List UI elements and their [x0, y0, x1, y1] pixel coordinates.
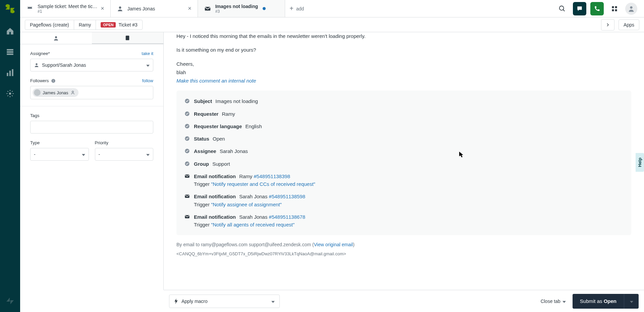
svg-point-9 [119, 6, 121, 9]
tags-input[interactable] [30, 121, 153, 134]
ticket-tab[interactable] [92, 32, 164, 44]
check-circle-icon [184, 136, 190, 141]
followers-label: Followers [30, 78, 49, 83]
event-label: Requester language [194, 123, 242, 129]
zendesk-footer-icon[interactable] [6, 297, 14, 305]
apply-macro-button[interactable]: Apply macro [169, 295, 280, 308]
help-tab[interactable]: Help [636, 153, 644, 172]
event-value: Ramy [222, 111, 235, 117]
submit-button-group: Submit as Open [573, 294, 639, 309]
zendesk-logo-icon[interactable] [5, 3, 15, 14]
svg-point-11 [559, 6, 564, 10]
info-icon[interactable]: i [51, 79, 56, 83]
chevron-down-icon [146, 62, 150, 68]
svg-rect-13 [612, 6, 614, 8]
svg-point-23 [72, 91, 73, 93]
plus-icon: + [289, 5, 293, 12]
submit-button[interactable]: Submit as Open [573, 298, 624, 304]
followers-input[interactable]: James Jonas [30, 86, 153, 99]
next-ticket-button[interactable] [601, 19, 614, 31]
breadcrumb-requester[interactable]: Ramy [74, 20, 96, 30]
home-icon[interactable] [6, 27, 14, 36]
apps-grid-button[interactable] [608, 2, 621, 15]
event-row: Assignee Sarah Jonas [184, 147, 623, 155]
svg-point-20 [36, 63, 37, 65]
type-value: - [34, 152, 36, 157]
follow-link[interactable]: follow [142, 78, 153, 83]
message-line: Hey - I noticed this morning that the em… [176, 32, 631, 40]
apps-panel-button[interactable]: Apps [619, 19, 639, 30]
take-it-link[interactable]: take it [142, 51, 153, 56]
event-row: Email notification Sarah Jonas #54895113… [184, 193, 623, 208]
lightning-icon [174, 299, 178, 304]
event-label: Requester [194, 111, 218, 117]
breadcrumb-org[interactable]: Pageflows (create) [25, 20, 74, 30]
event-value: Sarah Jonas [220, 148, 248, 154]
search-button[interactable] [555, 2, 569, 15]
event-value: Images not loading [215, 98, 258, 104]
assignee-label: Assignee* [30, 51, 50, 56]
ticket-ref: Ticket #3 [118, 22, 137, 28]
close-icon[interactable]: × [97, 5, 104, 12]
make-internal-note-link[interactable]: Make this comment an internal note [176, 78, 256, 84]
chevron-down-icon [562, 299, 566, 304]
check-circle-icon [184, 123, 190, 129]
add-tab-label: add [296, 6, 304, 11]
event-row: Email notification Sarah Jonas #54895113… [184, 213, 623, 229]
user-icon [117, 5, 123, 12]
svg-text:i: i [53, 79, 54, 82]
event-row: Requester Ramy [184, 110, 623, 118]
message-body: Hey - I noticed this morning that the em… [176, 32, 631, 85]
priority-label: Priority [95, 140, 154, 145]
event-row: Status Open [184, 135, 623, 143]
add-tab-button[interactable]: + add [285, 0, 309, 17]
submit-dropdown-button[interactable] [624, 294, 639, 309]
priority-value: - [99, 152, 100, 157]
event-value: Support [212, 161, 230, 167]
requester-tab[interactable] [20, 32, 92, 44]
breadcrumb-ticket[interactable]: OPEN Ticket #3 [96, 20, 142, 30]
views-icon[interactable] [6, 48, 14, 56]
follower-chip[interactable]: James Jonas [33, 88, 78, 97]
chat-button[interactable] [573, 2, 586, 15]
type-select[interactable]: - [30, 148, 89, 161]
svg-point-1 [10, 10, 14, 13]
event-link[interactable]: #548951138598 [269, 194, 305, 199]
mail-icon [184, 173, 190, 179]
tab-subtitle: #3 [215, 9, 258, 14]
macro-label: Apply macro [181, 299, 208, 304]
close-tab-button[interactable]: Close tab [541, 299, 566, 304]
assignee-value: Support/Sarah Jonas [42, 62, 86, 68]
trigger-link[interactable]: "Notify requester and CCs of received re… [211, 181, 315, 187]
signature: blah [176, 68, 631, 76]
admin-icon[interactable] [6, 89, 14, 98]
svg-rect-2 [7, 49, 13, 50]
event-link[interactable]: #548951138398 [254, 173, 290, 179]
event-link[interactable]: #548951138678 [269, 214, 305, 220]
mail-icon [184, 194, 190, 199]
ticket-conversation: Hey - I noticed this morning that the em… [164, 32, 644, 290]
user-outline-icon [70, 90, 75, 95]
view-original-email-link[interactable]: View original email [314, 242, 353, 247]
svg-rect-7 [12, 69, 13, 76]
reporting-icon[interactable] [6, 68, 14, 77]
svg-rect-6 [9, 71, 11, 76]
assignee-select[interactable]: Support/Sarah Jonas [30, 59, 153, 71]
profile-avatar[interactable] [625, 3, 637, 15]
event-row: Subject Images not loading [184, 97, 623, 105]
svg-rect-19 [126, 36, 129, 40]
call-button[interactable] [590, 2, 604, 15]
trigger-link[interactable]: "Notify all agents of received request" [211, 222, 294, 227]
tab-user-james[interactable]: James Jonas × [111, 0, 198, 17]
svg-point-0 [5, 4, 9, 7]
close-icon[interactable]: × [184, 5, 192, 12]
priority-select[interactable]: - [95, 148, 154, 161]
tab-title: James Jonas [127, 6, 155, 11]
main-area: Sample ticket: Meet the tic… #1 × James … [20, 0, 644, 312]
trigger-link[interactable]: "Notify assignee of assignment" [211, 202, 282, 207]
tab-ticket-3[interactable]: Images not loading #3 [198, 0, 285, 17]
svg-rect-5 [7, 73, 8, 76]
event-row: Requester language English [184, 122, 623, 130]
tab-ticket-1[interactable]: Sample ticket: Meet the tic… #1 × [20, 0, 111, 17]
mail-icon [184, 214, 190, 219]
